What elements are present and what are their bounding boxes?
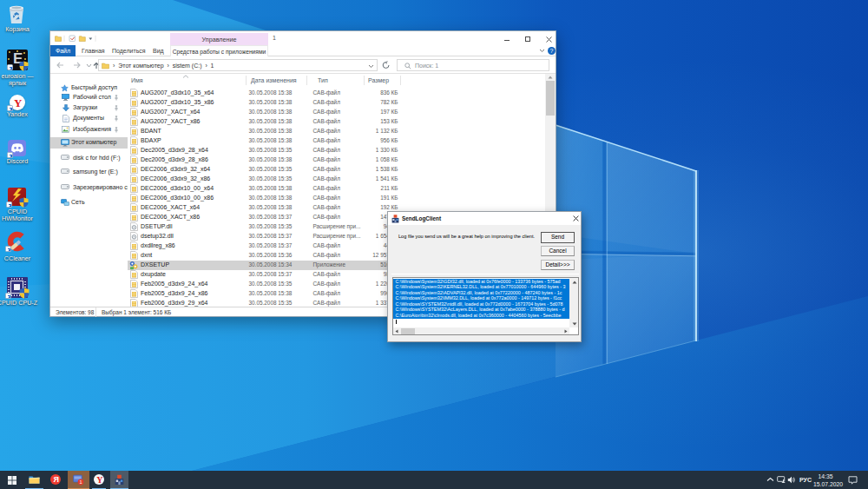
svg-text:1: 1 <box>79 479 82 485</box>
